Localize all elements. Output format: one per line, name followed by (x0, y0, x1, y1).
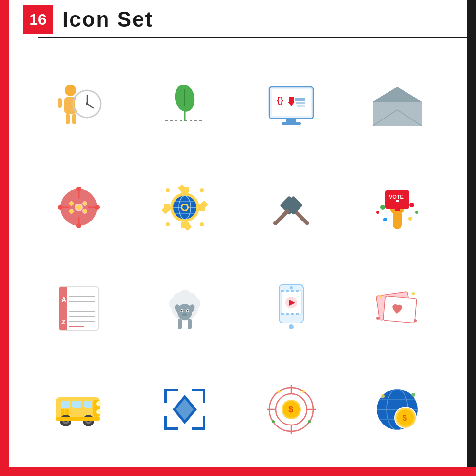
svg-point-10 (86, 102, 88, 105)
svg-point-0 (65, 85, 76, 96)
svg-point-75 (380, 205, 385, 210)
icon-coding-screen: {} (241, 58, 342, 154)
svg-point-47 (70, 209, 73, 213)
svg-rect-123 (281, 313, 284, 315)
svg-point-80 (415, 211, 418, 214)
svg-text:Z: Z (61, 318, 66, 326)
icon-crossed-hammers (241, 159, 342, 255)
svg-rect-152 (203, 389, 205, 403)
icons-grid: {} (9, 49, 467, 467)
svg-point-64 (182, 205, 187, 210)
svg-point-141 (96, 409, 101, 414)
svg-point-181 (411, 393, 415, 397)
icon-open-mail (347, 58, 448, 154)
svg-point-45 (70, 202, 73, 205)
left-border (0, 0, 9, 476)
svg-point-33 (58, 205, 63, 210)
svg-point-67 (166, 222, 170, 226)
svg-rect-26 (373, 102, 422, 126)
svg-point-116 (289, 324, 294, 329)
svg-rect-4 (58, 98, 62, 108)
svg-rect-125 (291, 313, 294, 315)
svg-point-76 (409, 203, 414, 207)
svg-point-31 (95, 205, 100, 210)
svg-rect-120 (286, 290, 289, 292)
header-underline (38, 37, 467, 38)
svg-point-108 (182, 313, 187, 316)
icon-gear-globe (134, 159, 235, 255)
icon-coin-globe: $ (347, 361, 448, 458)
svg-rect-23 (297, 105, 305, 107)
svg-point-46 (83, 202, 87, 205)
svg-point-129 (379, 295, 382, 298)
svg-rect-109 (178, 319, 182, 329)
icon-vote: VOTE (347, 159, 448, 255)
header-title: Icon Set (62, 7, 153, 32)
svg-point-30 (76, 187, 81, 191)
svg-point-115 (290, 286, 293, 289)
svg-rect-126 (296, 313, 299, 315)
svg-rect-110 (188, 319, 192, 329)
svg-rect-122 (296, 290, 299, 292)
svg-point-65 (166, 188, 170, 192)
svg-point-171 (308, 420, 311, 423)
icon-virus-cell (28, 159, 129, 255)
svg-text:{}: {} (277, 95, 283, 105)
svg-rect-137 (84, 401, 92, 408)
svg-point-132 (414, 319, 417, 322)
svg-text:$: $ (403, 414, 407, 422)
svg-rect-22 (296, 102, 305, 104)
svg-rect-82 (395, 201, 400, 211)
svg-rect-2 (66, 114, 70, 124)
icon-sheep (134, 260, 235, 357)
svg-point-32 (76, 223, 81, 228)
svg-rect-3 (72, 114, 76, 124)
svg-point-66 (200, 188, 204, 192)
header-number: 16 (23, 5, 53, 34)
svg-point-106 (181, 310, 183, 312)
icon-time-management (28, 58, 129, 154)
svg-rect-18 (282, 122, 301, 125)
svg-point-131 (376, 317, 379, 320)
svg-point-48 (83, 209, 87, 213)
svg-text:VOTE: VOTE (389, 194, 404, 200)
svg-rect-124 (286, 313, 289, 315)
right-border (467, 0, 476, 476)
header: 16 Icon Set (9, 0, 467, 39)
svg-text:A: A (61, 296, 66, 304)
svg-text:$: $ (288, 405, 293, 414)
svg-rect-119 (281, 290, 284, 292)
svg-point-170 (272, 420, 275, 423)
svg-rect-21 (295, 98, 305, 101)
svg-point-107 (187, 310, 189, 312)
icon-diamond-frame (134, 361, 235, 458)
svg-rect-87 (66, 287, 67, 330)
icon-love-photos (347, 260, 448, 357)
svg-point-130 (412, 292, 415, 295)
svg-rect-84 (396, 200, 399, 202)
svg-point-44 (76, 205, 81, 210)
svg-marker-158 (176, 399, 194, 420)
svg-rect-135 (61, 401, 70, 408)
icon-target-dollar: $ (241, 361, 342, 458)
svg-point-78 (408, 217, 412, 221)
icon-video-app (241, 260, 342, 357)
svg-rect-136 (72, 401, 81, 408)
svg-point-169 (302, 390, 305, 393)
icon-plant-growth (134, 58, 235, 154)
svg-point-68 (200, 222, 204, 226)
svg-rect-154 (164, 416, 167, 430)
svg-point-168 (278, 390, 281, 393)
icon-school-bus (28, 361, 129, 458)
svg-point-77 (383, 218, 387, 221)
svg-point-102 (178, 290, 191, 303)
svg-rect-121 (291, 290, 294, 292)
icon-az-list: A Z (28, 260, 129, 357)
svg-rect-148 (56, 417, 100, 421)
bottom-border (0, 467, 476, 476)
svg-rect-71 (272, 208, 290, 226)
svg-point-79 (376, 211, 379, 214)
svg-rect-150 (164, 389, 167, 403)
svg-rect-156 (203, 416, 205, 430)
svg-point-140 (96, 401, 101, 406)
